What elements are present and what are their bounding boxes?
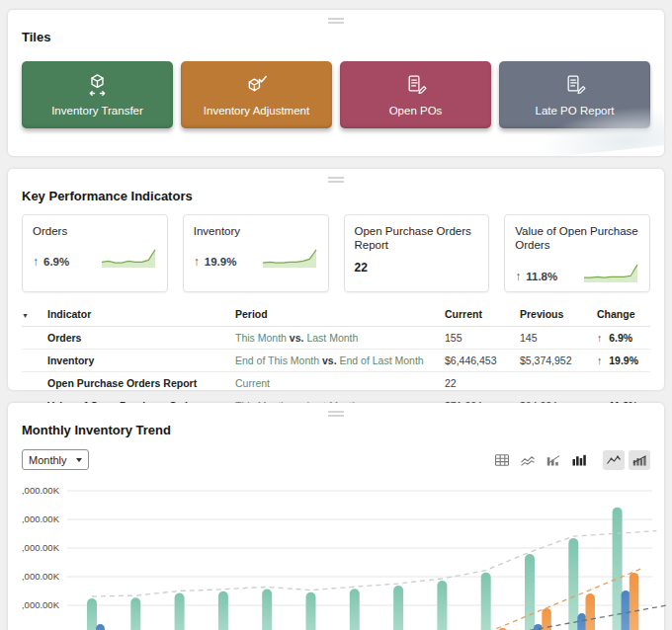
bar-inventory-value[interactable]	[350, 589, 360, 630]
col-header-previous[interactable]: Previous	[520, 305, 597, 327]
kpi-card-title: Orders	[33, 224, 157, 238]
kpi-row-change: ↑6.9%	[597, 326, 650, 349]
kpi-cards-row: Orders↑6.9%Inventory↑19.9%Open Purchase …	[8, 204, 664, 292]
drag-handle-icon[interactable]	[328, 177, 344, 183]
kpi-table-row[interactable]: Open Purchase Orders ReportCurrent22	[22, 371, 650, 394]
tile-late-po-report[interactable]: Late PO Report	[499, 61, 650, 128]
kpi-change: ↑19.9%	[194, 255, 237, 269]
kpi-row-change: ↑19.9%	[597, 349, 650, 371]
chart-area: 7,000.00K6,000.00K5,000.00K4,000.00K3,00…	[8, 470, 664, 630]
y-axis-tick-label: 6,000.00K	[22, 513, 60, 524]
kpi-row-indicator: Open Purchase Orders Report	[47, 377, 197, 389]
kpi-row-current: $6,446,453	[445, 349, 520, 371]
kpi-row-change	[597, 371, 650, 394]
column-chart-icon[interactable]	[568, 450, 590, 470]
y-axis-tick-label: 3,000.00K	[22, 599, 60, 610]
kpi-card-title: Value of Open Purchase Orders	[515, 224, 639, 253]
inventory-trend-chart[interactable]: 7,000.00K6,000.00K5,000.00K4,000.00K3,00…	[22, 477, 666, 630]
bar-inventory-value[interactable]	[87, 598, 97, 630]
kpi-table-row[interactable]: InventoryEnd of This Month vs. End of La…	[22, 349, 650, 371]
kpi-row-indicator: Inventory	[47, 354, 94, 366]
y-axis-tick-label: 5,000.00K	[22, 542, 60, 553]
kpi-section-title: Key Performance Indicators	[8, 169, 664, 204]
bar-series-blue[interactable]	[534, 624, 543, 630]
bar-inventory-value[interactable]	[130, 597, 140, 630]
period-dropdown-value: Monthly	[29, 454, 67, 466]
kpi-sparkline	[263, 245, 318, 269]
arrow-up-icon: ↑	[515, 270, 521, 283]
tile-label: Inventory Transfer	[43, 104, 151, 118]
line-chart-icon[interactable]	[603, 450, 625, 470]
kpi-sparkline	[584, 260, 639, 283]
chevron-down-icon	[76, 458, 82, 462]
kpi-row-indicator: Orders	[47, 332, 81, 344]
bar-inventory-value[interactable]	[481, 573, 491, 630]
tiles-portlet: Tiles Inventory TransferInventory Adjust…	[8, 10, 664, 156]
kpi-row-previous	[520, 371, 597, 394]
kpi-row-current: 22	[445, 371, 520, 394]
tile-inventory-adjustment[interactable]: Inventory Adjustment	[181, 61, 332, 128]
combo-chart-icon[interactable]	[629, 450, 650, 470]
kpi-list-menu-caret-icon[interactable]: ▼	[22, 312, 29, 319]
bar-inventory-value[interactable]	[218, 591, 228, 630]
drag-handle-icon[interactable]	[328, 18, 344, 24]
kpi-row-period: This Month vs. Last Month	[235, 326, 445, 349]
tile-inventory-transfer[interactable]: Inventory Transfer	[22, 61, 173, 128]
drag-handle-icon[interactable]	[328, 411, 344, 417]
inventory-transfer-icon	[84, 72, 111, 103]
kpi-change: ↑6.9%	[33, 255, 69, 269]
kpi-card-inventory[interactable]: Inventory↑19.9%	[183, 214, 329, 292]
y-axis-tick-label: 4,000.00K	[22, 571, 60, 582]
bar-inventory-value[interactable]	[613, 508, 623, 630]
kpi-card-orders[interactable]: Orders↑6.9%	[22, 214, 168, 292]
bar-series-orange[interactable]	[630, 573, 639, 630]
y-axis-tick-label: 7,000.00K	[22, 485, 60, 496]
bar-series-blue[interactable]	[577, 613, 586, 630]
inventory-adjustment-icon	[243, 72, 270, 103]
tiles-row: Inventory TransferInventory AdjustmentOp…	[8, 45, 664, 128]
bar-inventory-value[interactable]	[437, 581, 447, 630]
table-icon[interactable]	[491, 450, 513, 470]
bar-inventory-value[interactable]	[175, 593, 185, 630]
kpi-card-open-purchase-orders-report[interactable]: Open Purchase Orders Report22	[344, 214, 490, 292]
bar-inventory-value[interactable]	[393, 586, 403, 630]
bar-series-blue[interactable]	[96, 624, 105, 630]
col-header-period[interactable]: Period	[235, 305, 445, 327]
bar-series-blue[interactable]	[622, 591, 630, 630]
pareto-chart-icon[interactable]	[543, 450, 564, 470]
col-header-current[interactable]: Current	[445, 305, 520, 327]
kpi-row-previous: 145	[520, 326, 597, 349]
kpi-row-current: 155	[445, 326, 520, 349]
chart-controls: Monthly	[8, 438, 664, 470]
arrow-up-icon: ↑	[597, 332, 602, 344]
arrow-up-icon: ↑	[597, 354, 602, 366]
kpi-row-previous: $5,374,952	[520, 349, 597, 371]
kpi-card-title: Open Purchase Orders Report	[355, 224, 479, 253]
kpi-portlet: Key Performance Indicators Orders↑6.9%In…	[8, 169, 664, 390]
bar-series-orange[interactable]	[586, 593, 596, 630]
tile-open-pos[interactable]: Open POs	[340, 61, 491, 128]
kpi-row-period: End of This Month vs. End of Last Month	[235, 349, 445, 371]
bar-inventory-value[interactable]	[262, 590, 272, 630]
chart-portlet: Monthly Inventory Trend Monthly 7,000.00…	[8, 403, 664, 630]
bar-inventory-value[interactable]	[568, 538, 578, 630]
kpi-table-row[interactable]: OrdersThis Month vs. Last Month155145↑6.…	[22, 326, 650, 349]
chart-title: Monthly Inventory Trend	[8, 403, 664, 438]
chart-type-toolbar	[491, 450, 650, 470]
col-header-change[interactable]: Change	[597, 305, 650, 327]
purchase-order-doc-icon	[402, 72, 429, 103]
kpi-table: ▼IndicatorPeriodCurrentPreviousChange Or…	[22, 305, 650, 418]
bar-inventory-value[interactable]	[306, 592, 316, 630]
arrow-up-icon: ↑	[33, 255, 39, 269]
kpi-row-period: Current	[235, 371, 445, 394]
tiles-section-title: Tiles	[8, 10, 664, 45]
bar-inventory-value[interactable]	[525, 554, 535, 630]
area-chart-icon[interactable]	[517, 450, 539, 470]
tile-label: Inventory Adjustment	[196, 104, 317, 118]
kpi-card-value-of-open-purchase-orders[interactable]: Value of Open Purchase Orders↑11.8%	[504, 214, 650, 292]
period-dropdown[interactable]: Monthly	[22, 449, 89, 470]
kpi-sparkline	[102, 245, 157, 269]
kpi-card-title: Inventory	[194, 224, 318, 238]
tile-label: Late PO Report	[528, 104, 623, 118]
col-header-indicator[interactable]: Indicator	[47, 305, 235, 327]
